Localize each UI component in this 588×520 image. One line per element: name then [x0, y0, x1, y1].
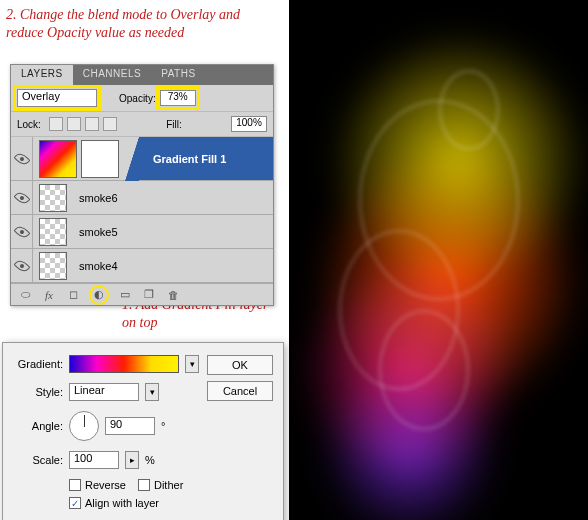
layer-thumbnail[interactable] — [39, 218, 67, 246]
layer-name: smoke6 — [79, 192, 118, 204]
layer-gradient-fill-1[interactable]: Gradient Fill 1 — [11, 137, 273, 181]
scale-unit: % — [145, 454, 155, 466]
visibility-icon[interactable] — [13, 223, 30, 240]
gradient-fill-dialog: OK Cancel Gradient: ▾ Style: Linear ▾ An… — [2, 342, 284, 520]
ok-button[interactable]: OK — [207, 355, 273, 375]
tab-layers[interactable]: LAYERS — [11, 65, 73, 85]
visibility-icon[interactable] — [13, 150, 30, 167]
link-layers-icon[interactable]: ⬭ — [17, 288, 33, 302]
style-label: Style: — [13, 386, 63, 398]
checkbox-icon — [69, 479, 81, 491]
gradient-label: Gradient: — [13, 358, 63, 370]
dither-label: Dither — [154, 479, 183, 491]
fx-icon[interactable]: fx — [41, 288, 57, 302]
lock-pixels-icon[interactable] — [67, 117, 81, 131]
reverse-label: Reverse — [85, 479, 126, 491]
new-layer-icon[interactable]: ❐ — [141, 288, 157, 302]
result-preview-image — [289, 0, 588, 520]
align-label: Align with layer — [85, 497, 159, 509]
lock-all-icon[interactable] — [103, 117, 117, 131]
lock-label: Lock: — [17, 119, 41, 130]
layer-name: smoke4 — [79, 260, 118, 272]
mask-thumbnail[interactable] — [81, 140, 119, 178]
lock-position-icon[interactable] — [85, 117, 99, 131]
layer-smoke6[interactable]: smoke6 — [11, 181, 273, 215]
blend-mode-select[interactable]: Overlay — [17, 89, 97, 107]
gradient-dropdown-icon[interactable]: ▾ — [185, 355, 199, 373]
dither-checkbox[interactable]: Dither — [138, 479, 183, 491]
visibility-icon[interactable] — [13, 257, 30, 274]
gradient-swatch[interactable] — [69, 355, 179, 373]
angle-unit: ° — [161, 420, 165, 432]
layer-thumbnail[interactable] — [39, 184, 67, 212]
layers-panel: LAYERS CHANNELS PATHS Overlay Opacity: 7… — [10, 64, 274, 306]
layer-name: smoke5 — [79, 226, 118, 238]
checkbox-icon — [138, 479, 150, 491]
style-dropdown-icon[interactable]: ▾ — [145, 383, 159, 401]
checkbox-icon: ✓ — [69, 497, 81, 509]
lock-fill-row: Lock: Fill: 100% — [11, 112, 273, 137]
trash-icon[interactable]: 🗑 — [165, 288, 181, 302]
panel-tabs: LAYERS CHANNELS PATHS — [11, 65, 273, 85]
tab-channels[interactable]: CHANNELS — [73, 65, 151, 85]
blend-opacity-row: Overlay Opacity: 73% — [11, 85, 273, 112]
lock-icons — [49, 117, 117, 131]
group-icon[interactable]: ▭ — [117, 288, 133, 302]
fill-input[interactable]: 100% — [231, 116, 267, 132]
layer-list: Gradient Fill 1 smoke6 smoke5 smoke4 — [11, 137, 273, 283]
angle-label: Angle: — [13, 420, 63, 432]
angle-input[interactable]: 90 — [105, 417, 155, 435]
align-checkbox[interactable]: ✓ Align with layer — [69, 497, 159, 509]
style-select[interactable]: Linear — [69, 383, 139, 401]
layer-smoke4[interactable]: smoke4 — [11, 249, 273, 283]
gradient-thumbnail[interactable] — [39, 140, 77, 178]
scale-label: Scale: — [13, 454, 63, 466]
layer-name: Gradient Fill 1 — [153, 153, 226, 165]
scale-input[interactable]: 100 — [69, 451, 119, 469]
fill-label: Fill: — [166, 119, 182, 130]
tab-paths[interactable]: PATHS — [151, 65, 205, 85]
panel-footer: ⬭ fx ◻ ◐ ▭ ❐ 🗑 — [11, 283, 273, 305]
scale-stepper-icon[interactable]: ▸ — [125, 451, 139, 469]
opacity-label: Opacity: — [119, 93, 156, 104]
visibility-icon[interactable] — [13, 189, 30, 206]
layer-smoke5[interactable]: smoke5 — [11, 215, 273, 249]
mask-icon[interactable]: ◻ — [65, 288, 81, 302]
angle-dial[interactable] — [69, 411, 99, 441]
reverse-checkbox[interactable]: Reverse — [69, 479, 126, 491]
adjustment-layer-icon[interactable]: ◐ — [89, 285, 109, 305]
opacity-input[interactable]: 73% — [160, 90, 196, 106]
annotation-step2: 2. Change the blend mode to Overlay and … — [6, 6, 256, 42]
layer-thumbnail[interactable] — [39, 252, 67, 280]
lock-transparency-icon[interactable] — [49, 117, 63, 131]
cancel-button[interactable]: Cancel — [207, 381, 273, 401]
